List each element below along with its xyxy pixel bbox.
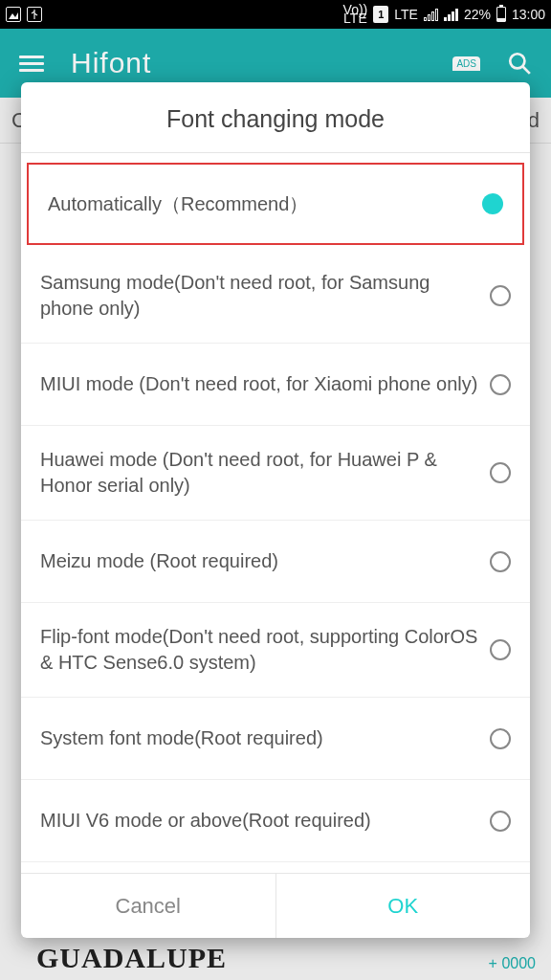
radio-icon[interactable]: [490, 462, 511, 483]
option-label: MIUI V6 mode or above(Root required): [40, 808, 478, 834]
option-label: Meizu mode (Root required): [40, 548, 478, 574]
radio-icon[interactable]: [490, 639, 511, 660]
option-label: Flip-font mode(Don't need root, supporti…: [40, 624, 478, 676]
option-row-3[interactable]: Huawei mode (Don't need root, for Huawei…: [21, 426, 530, 521]
option-row-1[interactable]: Samsung mode(Don't need root, for Samsun…: [21, 249, 530, 344]
radio-icon[interactable]: [490, 285, 511, 306]
radio-icon[interactable]: [490, 811, 511, 832]
option-label: System font mode(Root required): [40, 725, 478, 751]
option-label: Samsung mode(Don't need root, for Samsun…: [40, 270, 478, 322]
option-row-8[interactable]: VIVO mode(Don't need root, for VIVO Funt…: [21, 862, 530, 873]
font-mode-dialog: Font changing mode Automatically（Recomme…: [21, 82, 530, 938]
dialog-actions: Cancel OK: [21, 873, 530, 938]
option-label: Automatically（Recommend）: [48, 191, 471, 217]
radio-icon[interactable]: [482, 193, 503, 214]
option-label: Huawei mode (Don't need root, for Huawei…: [40, 447, 478, 499]
ok-button[interactable]: OK: [276, 874, 531, 938]
option-row-6[interactable]: System font mode(Root required): [21, 698, 530, 780]
option-label: MIUI mode (Don't need root, for Xiaomi p…: [40, 371, 478, 397]
option-row-0[interactable]: Automatically（Recommend）: [27, 163, 524, 245]
option-row-7[interactable]: MIUI V6 mode or above(Root required): [21, 780, 530, 862]
options-list: Automatically（Recommend）Samsung mode(Don…: [21, 153, 530, 873]
cancel-button[interactable]: Cancel: [21, 874, 276, 938]
option-row-4[interactable]: Meizu mode (Root required): [21, 521, 530, 603]
radio-icon[interactable]: [490, 551, 511, 572]
radio-icon[interactable]: [490, 374, 511, 395]
radio-icon[interactable]: [490, 728, 511, 749]
option-row-2[interactable]: MIUI mode (Don't need root, for Xiaomi p…: [21, 344, 530, 426]
dialog-title: Font changing mode: [21, 82, 530, 153]
option-row-5[interactable]: Flip-font mode(Don't need root, supporti…: [21, 603, 530, 698]
